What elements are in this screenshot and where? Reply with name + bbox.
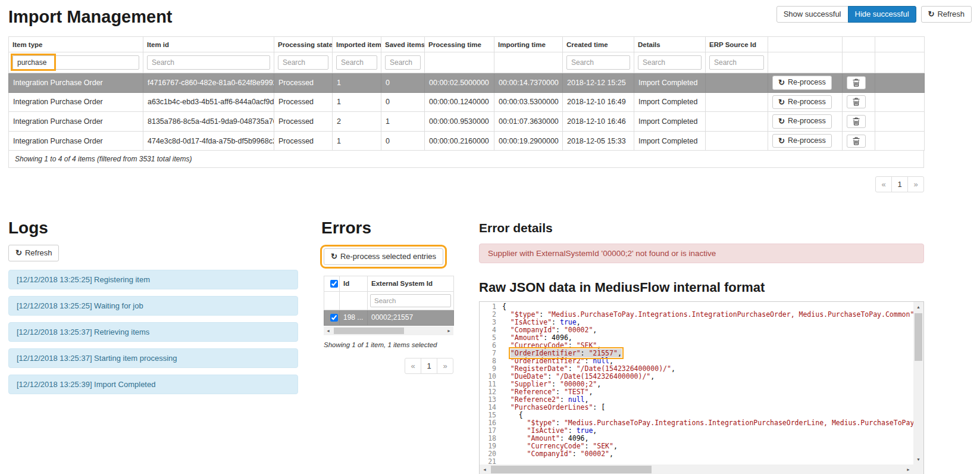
scrollbar-track[interactable] xyxy=(490,464,903,474)
reprocess-button[interactable]: ↻Re-process xyxy=(772,95,832,110)
import-management-page: Import Management Show successful Hide s… xyxy=(0,0,980,474)
processing-state-filter-input[interactable] xyxy=(278,55,328,70)
column-header-details[interactable]: Details xyxy=(634,37,706,52)
code-text: { xyxy=(502,303,506,311)
scrollbar-thumb[interactable] xyxy=(491,466,652,473)
error-table-row[interactable]: 198 ... 00002;21557 xyxy=(324,310,454,325)
log-entry: [12/12/2018 13:25:25] Registering item xyxy=(8,270,298,289)
delete-button[interactable] xyxy=(847,76,866,89)
column-header-importing-time[interactable]: Importing time xyxy=(494,37,563,52)
show-successful-button[interactable]: Show successful xyxy=(777,6,849,23)
column-header-processing-state[interactable]: Processing state xyxy=(274,37,333,52)
json-code[interactable]: 1{2 "$type": "Medius.PurchaseToPay.Integ… xyxy=(480,302,913,464)
item-id-filter-input[interactable] xyxy=(147,55,270,70)
code-text: "CurrencyCode": "SEK", xyxy=(502,442,618,450)
column-header-external-system-id[interactable]: External System Id xyxy=(368,276,454,291)
pagination-page-1-button[interactable]: 1 xyxy=(891,176,908,192)
pagination-next-button[interactable]: » xyxy=(907,176,924,192)
refresh-button[interactable]: ↻Refresh xyxy=(921,6,972,23)
code-text: "IsActive": true, xyxy=(502,318,581,326)
imported-items-filter-input[interactable] xyxy=(336,55,377,70)
saved-items-filter-cell xyxy=(381,52,425,73)
saved-items-cell: 0 xyxy=(381,73,425,93)
import-table-row[interactable]: Integration Purchase Orderf4716767-c860-… xyxy=(9,73,925,93)
column-header-created-time[interactable]: Created time xyxy=(563,37,634,52)
import-table-row[interactable]: Integration Purchase Order474e3c8d-0d17-… xyxy=(9,131,925,151)
delete-button[interactable] xyxy=(847,135,866,148)
imported-items-cell: 2 xyxy=(333,112,381,132)
errors-pagination: « 1 » xyxy=(321,358,453,374)
external-system-id-filter-input[interactable] xyxy=(370,294,451,307)
empty-filter-cell xyxy=(340,291,368,310)
reprocess-button[interactable]: ↻Re-process xyxy=(772,134,832,148)
error-row-checkbox[interactable] xyxy=(330,314,338,322)
import-table-row[interactable]: Integration Purchase Ordera63c1b4c-ebd3-… xyxy=(9,92,925,112)
details-cell: Import Completed xyxy=(634,92,706,112)
item-type-cell: Integration Purchase Order xyxy=(9,112,143,132)
item-type-filter-input[interactable] xyxy=(12,55,139,70)
item-type-cell: Integration Purchase Order xyxy=(9,73,143,93)
processing-time-cell: 00:00:00.9530000 xyxy=(425,112,494,132)
raw-json-title: Raw JSON data in MediusFlow internal for… xyxy=(479,280,924,295)
scrollbar-track[interactable] xyxy=(333,326,444,335)
details-filter-input[interactable] xyxy=(638,55,702,70)
hide-successful-button[interactable]: Hide successful xyxy=(848,6,916,23)
delete-cell xyxy=(843,131,875,151)
column-header-item-id[interactable]: Item id xyxy=(143,37,274,52)
processing-time-cell: 00:00:02.5000000 xyxy=(425,73,494,93)
scroll-right-arrow-icon[interactable]: ► xyxy=(903,464,913,474)
processing-state-cell: Processed xyxy=(274,131,333,151)
code-text: "Reference": "TEST", xyxy=(502,388,593,396)
code-text: "PurchaseOrderLines": [ xyxy=(502,403,605,411)
empty-filter-cell xyxy=(843,52,875,73)
scroll-down-arrow-icon[interactable]: ▼ xyxy=(913,454,923,464)
saved-items-cell: 0 xyxy=(381,92,425,112)
column-header-saved-items[interactable]: Saved items xyxy=(381,37,425,52)
code-line: 20 "CompanyId": "00002", xyxy=(482,450,913,458)
item-id-filter-cell xyxy=(143,52,274,73)
scroll-left-arrow-icon[interactable]: ◄ xyxy=(324,326,333,335)
logs-refresh-button[interactable]: ↻Refresh xyxy=(8,245,59,261)
erp-source-id-filter-cell xyxy=(706,52,768,73)
column-header-processing-time[interactable]: Processing time xyxy=(425,37,494,52)
reprocess-selected-entries-button[interactable]: ↻Re-process selected entries xyxy=(324,248,443,265)
scroll-left-arrow-icon[interactable]: ◄ xyxy=(480,464,490,474)
column-header-item-type[interactable]: Item type xyxy=(9,37,143,52)
delete-button[interactable] xyxy=(847,95,866,108)
reprocess-button[interactable]: ↻Re-process xyxy=(772,76,832,90)
importing-time-cell: 00:00:14.7370000 xyxy=(494,73,563,93)
saved-items-cell: 0 xyxy=(381,131,425,151)
import-table-row[interactable]: Integration Purchase Order8135a786-8c5a-… xyxy=(9,112,925,132)
scrollbar-thumb[interactable] xyxy=(915,313,922,361)
refresh-icon: ↻ xyxy=(778,136,785,146)
delete-button[interactable] xyxy=(847,115,866,128)
reprocess-cell: ↻Re-process xyxy=(768,131,843,151)
import-table-pagination: « 1 » xyxy=(8,176,924,192)
errors-horizontal-scrollbar[interactable]: ◄ ► xyxy=(324,326,453,335)
json-vertical-scrollbar[interactable]: ▲ ▼ xyxy=(913,302,923,464)
column-header-imported-items[interactable]: Imported items xyxy=(333,37,381,52)
reprocess-cell: ↻Re-process xyxy=(768,73,843,93)
import-table-footer: Showing 1 to 4 of 4 items (filtered from… xyxy=(8,151,924,168)
errors-pagination-next-button[interactable]: » xyxy=(437,358,453,374)
importing-time-cell: 00:00:03.5300000 xyxy=(494,92,563,112)
pagination-prev-button[interactable]: « xyxy=(875,176,892,192)
reprocess-button[interactable]: ↻Re-process xyxy=(772,114,832,129)
column-header-reprocess xyxy=(768,37,843,52)
scrollbar-track[interactable] xyxy=(913,312,923,454)
column-header-erp-source-id[interactable]: ERP Source Id xyxy=(706,37,768,52)
select-all-header-cell xyxy=(324,276,340,291)
saved-items-filter-input[interactable] xyxy=(385,55,421,70)
column-header-error-id[interactable]: Id xyxy=(340,276,368,291)
scroll-up-arrow-icon[interactable]: ▲ xyxy=(913,302,923,312)
created-time-filter-input[interactable] xyxy=(566,55,630,70)
scrollbar-thumb[interactable] xyxy=(334,328,404,334)
errors-pagination-page-1-button[interactable]: 1 xyxy=(421,358,437,374)
errors-pagination-prev-button[interactable]: « xyxy=(405,358,421,374)
code-text: "OrderIdentifier": "21557", xyxy=(502,349,622,357)
scroll-right-arrow-icon[interactable]: ► xyxy=(444,326,453,335)
erp-source-id-filter-input[interactable] xyxy=(709,55,764,70)
select-all-checkbox[interactable] xyxy=(330,280,338,288)
empty-filter-cell xyxy=(875,52,925,73)
json-horizontal-scrollbar[interactable]: ◄ ► xyxy=(480,464,913,474)
